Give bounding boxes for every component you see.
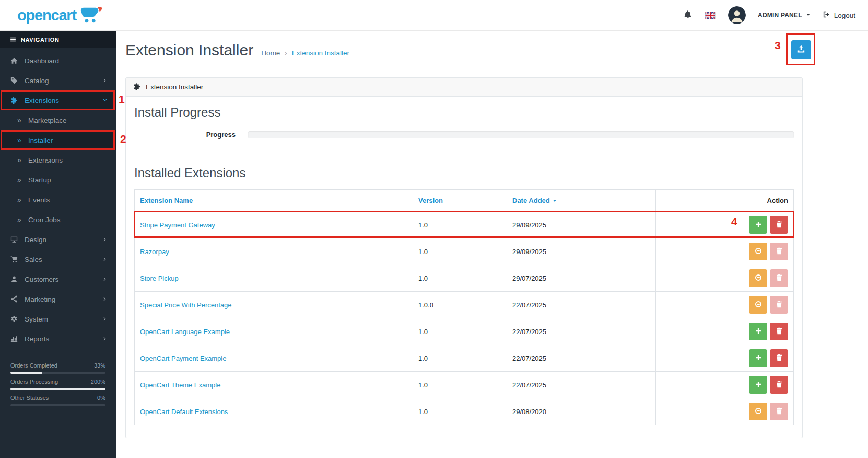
trash-icon (776, 354, 783, 363)
puzzle-icon (10, 97, 22, 104)
stat-value: 33% (94, 362, 105, 369)
stat-label: Orders Completed (10, 362, 57, 369)
install-progress-bar (248, 131, 794, 138)
table-row: Razorpay1.029/09/2025 (135, 238, 794, 265)
sidebar-item-extensions[interactable]: Extensions (0, 90, 116, 110)
chevron-right-icon (102, 316, 108, 322)
action-cell (656, 345, 794, 372)
minus-circle-icon (755, 301, 762, 310)
sidebar-item-label: Dashboard (25, 57, 108, 65)
gear-icon (10, 315, 22, 323)
delete-button (770, 243, 788, 260)
chevron-right-icon (102, 78, 108, 83)
chevron-down-icon (102, 98, 108, 103)
extension-name-link[interactable]: OpenCart Default Extensions (140, 408, 228, 416)
delete-button[interactable] (770, 323, 788, 340)
uninstall-button[interactable] (749, 269, 767, 287)
stat-label: Other Statuses (10, 395, 49, 401)
stat-value: 0% (97, 395, 105, 401)
extension-version: 1.0.0 (413, 292, 507, 318)
sidebar-item-dashboard[interactable]: Dashboard (0, 51, 116, 71)
minus-circle-icon (755, 407, 762, 416)
notifications-button[interactable] (683, 10, 693, 21)
upload-button[interactable] (791, 40, 811, 59)
stat-orders-processing: Orders Processing200% (10, 379, 105, 390)
navigation-title: NAVIGATION (21, 37, 59, 43)
extension-name-link[interactable]: Store Pickup (140, 274, 179, 282)
extension-installer-panel: Extension Installer Install Progress Pro… (125, 77, 803, 438)
sidebar-item-marketing[interactable]: Marketing (0, 289, 116, 309)
sort-date-added[interactable]: Date Added (512, 197, 550, 204)
extension-date-added: 22/07/2025 (507, 372, 656, 398)
caret-down-icon (806, 12, 811, 19)
table-row: OpenCart Theme Example1.022/07/2025 (135, 372, 794, 398)
extension-name-link[interactable]: OpenCart Theme Example (140, 381, 220, 389)
install-button[interactable] (749, 323, 767, 340)
admin-panel-dropdown[interactable]: ADMIN PANEL (758, 12, 811, 19)
flag-icon (705, 12, 716, 19)
extension-name-link[interactable]: OpenCart Language Example (140, 328, 230, 336)
sidebar-stats: Orders Completed33%Orders Processing200%… (0, 362, 116, 406)
extension-date-added: 22/07/2025 (507, 318, 656, 345)
sort-version[interactable]: Version (418, 197, 443, 204)
sidebar: NAVIGATION DashboardCatalogExtensions»Ma… (0, 31, 116, 458)
stat-label: Orders Processing (10, 379, 58, 385)
sidebar-item-sales[interactable]: Sales (0, 249, 116, 269)
plus-icon (755, 221, 762, 230)
sidebar-item-installer[interactable]: »Installer (0, 130, 116, 150)
sidebar-item-startup[interactable]: »Startup (0, 170, 116, 190)
extension-version: 1.0 (413, 345, 507, 372)
logout-icon (823, 10, 830, 20)
upload-icon (797, 45, 805, 55)
table-row: OpenCart Default Extensions1.029/08/2020 (135, 398, 794, 425)
install-button[interactable] (749, 349, 767, 367)
angles-right-icon: » (17, 117, 26, 124)
installed-extensions-table: Extension Name Version Date Added Action… (134, 189, 794, 425)
avatar (728, 6, 746, 24)
breadcrumb-current-link[interactable]: Extension Installer (292, 49, 349, 57)
extension-name-link[interactable]: Stripe Payment Gateway (140, 221, 215, 229)
extension-name-link[interactable]: OpenCart Payment Example (140, 354, 226, 362)
install-button[interactable] (749, 376, 767, 394)
cart-icon (10, 256, 22, 263)
sidebar-item-label: System (25, 315, 102, 323)
sort-extension-name[interactable]: Extension Name (140, 197, 193, 204)
sort-caret-down-icon (550, 197, 557, 204)
plus-icon (755, 327, 762, 336)
extension-version: 1.0 (413, 398, 507, 425)
uninstall-button[interactable] (749, 243, 767, 260)
sidebar-item-marketplace[interactable]: »Marketplace (0, 110, 116, 130)
install-button[interactable] (749, 216, 767, 234)
sidebar-item-cron-jobs[interactable]: »Cron Jobs (0, 210, 116, 230)
delete-button[interactable] (770, 216, 788, 234)
table-row: Stripe Payment Gateway1.029/09/2025 (135, 212, 794, 238)
extension-version: 1.0 (413, 372, 507, 398)
sidebar-item-catalog[interactable]: Catalog (0, 71, 116, 90)
breadcrumb: Home › Extension Installer (261, 49, 349, 57)
trash-icon (776, 381, 783, 390)
panel-body: Install Progress Progress Installed Exte… (126, 97, 802, 438)
angles-right-icon: » (17, 156, 26, 164)
extension-name-link[interactable]: Special Price With Percentage (140, 301, 232, 309)
sidebar-item-extensions[interactable]: »Extensions (0, 150, 116, 170)
plus-icon (755, 381, 762, 390)
uninstall-button[interactable] (749, 296, 767, 314)
opencart-logo[interactable]: opencart (17, 6, 103, 24)
action-cell (656, 372, 794, 398)
sidebar-item-design[interactable]: Design (0, 230, 116, 249)
delete-button[interactable] (770, 376, 788, 394)
logout-button[interactable]: Logout (823, 10, 855, 20)
sidebar-menu: DashboardCatalogExtensions»Marketplace»I… (0, 48, 116, 349)
trash-icon (776, 274, 783, 283)
sidebar-item-label: Design (25, 236, 102, 244)
sidebar-item-events[interactable]: »Events (0, 190, 116, 210)
sidebar-item-reports[interactable]: Reports (0, 329, 116, 349)
uninstall-button[interactable] (749, 403, 767, 420)
delete-button[interactable] (770, 349, 788, 367)
language-button[interactable] (705, 12, 716, 19)
breadcrumb-home-link[interactable]: Home (261, 49, 280, 57)
sidebar-item-label: Catalog (25, 77, 102, 85)
sidebar-item-customers[interactable]: Customers (0, 269, 116, 289)
sidebar-item-system[interactable]: System (0, 309, 116, 329)
extension-name-link[interactable]: Razorpay (140, 248, 169, 256)
